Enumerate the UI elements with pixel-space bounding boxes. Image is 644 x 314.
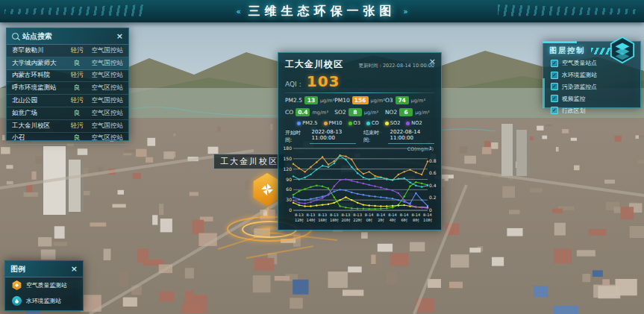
station-level-badge: 轻污 [68, 71, 86, 80]
layer-item[interactable]: ✓行政区划 [543, 104, 640, 116]
svg-text:8-14: 8-14 [388, 213, 397, 217]
air-station-marker-icon [12, 280, 22, 290]
pollutant-grid: PM2.513µg/m³PM10156µg/m³O374µg/m³CO0.4mg… [278, 96, 441, 116]
legend-label: PM2.5 [302, 120, 317, 126]
layers-hexagon-button[interactable] [608, 36, 637, 64]
legend-panel-header: 图例 × [5, 261, 83, 277]
layer-checkbox[interactable]: ✓ [551, 60, 558, 67]
pollutant-cell: SO28µg/m³ [334, 108, 385, 116]
svg-text:6时: 6时 [401, 218, 407, 222]
pollutant-cell: NO26µg/m³ [385, 108, 434, 116]
chart-legend-item[interactable]: O3 [348, 120, 360, 126]
svg-text:8-14: 8-14 [423, 213, 432, 217]
popup-divider [284, 92, 435, 93]
layer-label: 水环境监测站 [562, 71, 597, 79]
station-level-badge: 轻污 [68, 46, 86, 55]
station-level-badge: 轻污 [68, 96, 86, 105]
marker-label: 工大金川校区 [213, 154, 285, 169]
title-chevron-left-icon: « [236, 7, 240, 16]
pollutant-value-badge: 8 [348, 108, 362, 116]
pollutant-unit: µg/m³ [415, 110, 429, 116]
station-row[interactable]: 北山公园轻污空气国控站 [7, 95, 128, 107]
legend-dot-icon [366, 122, 370, 125]
svg-text:12时: 12时 [295, 218, 304, 222]
station-panel-title: 站点搜索 [22, 31, 52, 42]
station-panel-close-icon[interactable]: × [116, 32, 123, 40]
station-row[interactable]: 工大金川校区轻污空气国控站 [7, 120, 128, 133]
chart-legend-item[interactable]: SO2 [385, 120, 401, 126]
pollutant-unit: µg/m³ [320, 98, 334, 104]
station-row[interactable]: 大学城内蒙师大良空气国控站 [7, 57, 128, 70]
update-time-value: 2022-08-14 10:00:00 [383, 63, 434, 69]
search-icon [12, 33, 19, 40]
station-name: 赛罕敕勒川 [12, 46, 68, 55]
svg-text:60: 60 [286, 186, 292, 192]
layer-item[interactable]: ✓视频监控 [543, 92, 640, 104]
layer-checkbox[interactable]: ✓ [551, 107, 558, 114]
station-row[interactable]: 内蒙古环科院轻污空气区控站 [7, 70, 128, 83]
legend-panel-close-icon[interactable]: × [71, 265, 78, 273]
station-name: 内蒙古环科院 [12, 71, 68, 80]
start-time-input[interactable]: 2022-08-13 11:00:00 [310, 129, 356, 144]
station-list: 赛罕敕勒川轻污空气国控站大学城内蒙师大良空气国控站内蒙古环科院轻污空气区控站呼市… [7, 45, 128, 145]
svg-text:8-14: 8-14 [411, 213, 420, 217]
svg-text:8-13: 8-13 [353, 213, 362, 217]
station-row[interactable]: 呼市环境监测站良空气区控站 [7, 82, 128, 95]
pollutant-name: CO [285, 109, 293, 116]
titlebar-decor-right [498, 4, 640, 16]
pollutant-unit: µg/m³ [364, 110, 378, 116]
station-type: 空气区控站 [86, 84, 123, 92]
legend-item: 空气质量监测站 [5, 277, 83, 293]
layer-checkbox[interactable]: ✓ [551, 83, 558, 90]
chart-legend-item[interactable]: PM10 [324, 120, 343, 126]
start-time-label: 开始时间: [285, 129, 302, 144]
layer-checkbox[interactable]: ✓ [551, 95, 558, 102]
popup-update-time: 更新时间：2022-08-14 10:00:00 [358, 63, 434, 69]
station-row[interactable]: 小召良空气区控站 [7, 133, 128, 145]
map-marker-gongda-jinchuan[interactable]: 工大金川校区 [213, 154, 285, 169]
pollutant-value-badge: 156 [352, 96, 369, 104]
svg-text:8-14: 8-14 [377, 213, 386, 217]
layer-checkbox[interactable]: ✓ [551, 72, 558, 79]
update-time-label: 更新时间： [358, 63, 383, 69]
layer-item[interactable]: ✓水环境监测站 [543, 69, 640, 81]
station-level-badge: 良 [68, 109, 86, 118]
station-detail-popup: × 工大金川校区 更新时间：2022-08-14 10:00:00 AQI： 1… [278, 52, 442, 230]
legend-label: NO2 [411, 120, 422, 126]
layer-item[interactable]: ✓污染源监控点 [543, 81, 640, 93]
layer-panel-title: 图层控制 [549, 45, 585, 56]
pollutant-value-badge: 6 [399, 108, 413, 116]
chart-legend-item[interactable]: PM2.5 [297, 120, 317, 126]
legend-item: 水环境监测站 [5, 293, 83, 309]
svg-text:8-13: 8-13 [330, 213, 339, 217]
station-level-badge: 良 [68, 134, 86, 142]
svg-text:14时: 14时 [307, 218, 316, 222]
station-row[interactable]: 赛罕敕勒川轻污空气国控站 [7, 45, 128, 57]
pollutant-name: PM2.5 [285, 97, 302, 104]
svg-text:180: 180 [284, 145, 293, 151]
chart-legend-item[interactable]: NO2 [406, 120, 422, 126]
layers-icon [616, 43, 630, 60]
svg-text:0: 0 [429, 207, 432, 213]
pollutant-cell: PM10156µg/m³ [334, 96, 385, 104]
station-level-badge: 良 [68, 84, 86, 92]
station-type: 空气区控站 [86, 71, 123, 80]
layer-label: 行政区划 [562, 107, 585, 115]
station-type: 空气区控站 [86, 109, 123, 118]
legend-label: CO [372, 120, 379, 126]
popup-close-icon[interactable]: × [429, 57, 436, 66]
svg-text:2时: 2时 [378, 218, 384, 222]
end-time-input[interactable]: 2022-08-14 11:00:00 [388, 129, 434, 144]
station-type: 空气国控站 [86, 59, 123, 68]
svg-text:150: 150 [284, 156, 293, 161]
svg-text:0.4: 0.4 [429, 183, 437, 188]
station-row[interactable]: 如意广场良空气区控站 [7, 107, 128, 120]
svg-text:8-14: 8-14 [400, 213, 409, 217]
svg-text:8时: 8时 [413, 218, 419, 222]
legend-label: SO2 [390, 120, 401, 126]
station-panel-header: 站点搜索 × [7, 28, 128, 45]
chart-legend-item[interactable]: CO [366, 120, 379, 126]
svg-text:0: 0 [289, 207, 292, 213]
titlebar-decor-left [4, 4, 146, 16]
station-search-panel: 站点搜索 × 赛罕敕勒川轻污空气国控站大学城内蒙师大良空气国控站内蒙古环科院轻污… [6, 28, 129, 141]
